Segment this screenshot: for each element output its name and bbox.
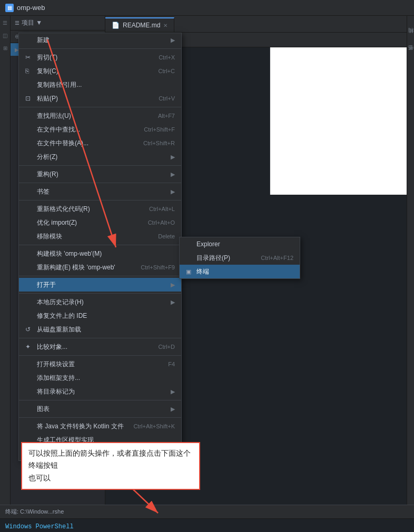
- menu-diagram-arrow: ▶: [171, 406, 175, 413]
- submenu: Explorer 目录路径(P) Ctrl+Alt+F12 ▣ 终端: [179, 237, 300, 279]
- readme-preview: [270, 47, 407, 195]
- menu-sep-4: [19, 183, 181, 183]
- menu-replace-in-files[interactable]: 在文件中替换(A)... Ctrl+Shift+R: [19, 136, 181, 150]
- menu-new-arrow: ▶: [171, 37, 175, 44]
- submenu-dir-path-label: 目录路径(P): [196, 254, 230, 263]
- menu-module-settings[interactable]: 打开模块设置 F4: [19, 357, 181, 371]
- menu-sep-12: [19, 417, 181, 418]
- sidebar-icon-3[interactable]: ⊞: [1, 44, 9, 52]
- menu-copy-icon: ⎘: [25, 67, 33, 75]
- menu-compare-label: 比较对象...: [37, 343, 67, 352]
- menu-add-framework[interactable]: 添加框架支持...: [19, 371, 181, 385]
- app-icon: ▦: [5, 4, 14, 12]
- menu-paste-shortcut: Ctrl+V: [159, 95, 175, 102]
- menu-compare-shortcut: Ctrl+D: [159, 344, 175, 350]
- menu-reload-label: 从磁盘重新加载: [37, 325, 81, 334]
- menu-modsettings-shortcut: F4: [168, 361, 175, 367]
- menu-sep-9: [19, 338, 181, 338]
- right-structure[interactable]: 结构: [407, 37, 415, 38]
- menu-remove-shortcut: Delete: [158, 233, 175, 239]
- editor-tabs: 📄 README.md ✕: [105, 16, 407, 33]
- sidebar-icon-2[interactable]: ◫: [1, 31, 9, 39]
- submenu-explorer[interactable]: Explorer: [180, 237, 300, 251]
- menu-findusage-shortcut: Alt+F7: [158, 113, 175, 119]
- right-bookmark[interactable]: 书签: [407, 54, 415, 55]
- menu-localhistory-arrow: ▶: [171, 299, 175, 306]
- menu-reload[interactable]: ↺ 从磁盘重新加载: [19, 323, 181, 336]
- menu-markdir-arrow: ▶: [171, 388, 175, 395]
- menu-bookmark-label: 书签: [37, 187, 50, 196]
- menu-cut-icon: ✂: [25, 54, 33, 61]
- menu-open-in[interactable]: 打开于 ▶: [19, 278, 181, 292]
- menu-openin-arrow: ▶: [171, 282, 175, 288]
- menu-open-in-label: 打开于: [37, 280, 56, 289]
- menu-sep-1: [19, 48, 181, 49]
- menu-rebuild-module[interactable]: 重新构建(E) 模块 'omp-web' Ctrl+Shift+F9: [19, 260, 181, 274]
- menu-copy-shortcut: Ctrl+C: [159, 68, 175, 74]
- menu-refactor[interactable]: 重构(R) ▶: [19, 167, 181, 181]
- menu-remove-label: 移除模块: [37, 232, 62, 241]
- menu-analyze[interactable]: 分析(Z) ▶: [19, 150, 181, 164]
- project-header-icon: ☰: [15, 20, 19, 26]
- menu-java-to-kotlin[interactable]: 将 Java 文件转换为 Kotlin 文件 Ctrl+Alt+Shift+K: [19, 419, 181, 433]
- sidebar-icon-1[interactable]: ☰: [1, 18, 9, 27]
- tab-close-icon[interactable]: ✕: [163, 23, 167, 28]
- menu-cut[interactable]: ✂ 剪切(T) Ctrl+X: [19, 51, 181, 64]
- menu-paste-label: 粘贴(P): [37, 94, 58, 103]
- submenu-explorer-label: Explorer: [196, 240, 220, 248]
- menu-build-module[interactable]: 构建模块 'omp-web'(M): [19, 247, 181, 260]
- menu-reformat-label: 重新格式化代码(R): [37, 205, 90, 214]
- menu-refactor-label: 重构(R): [37, 170, 58, 179]
- menu-optimize-label: 优化 import(Z): [37, 218, 77, 227]
- menu-compare[interactable]: ✦ 比较对象... Ctrl+D: [19, 340, 181, 354]
- submenu-dir-path[interactable]: 目录路径(P) Ctrl+Alt+F12: [180, 251, 300, 265]
- menu-refactor-arrow: ▶: [171, 171, 175, 178]
- menu-optimize-shortcut: Ctrl+Alt+O: [148, 219, 175, 226]
- terminal-line-0: Windows PowerShell: [5, 522, 409, 531]
- menu-analyze-label: 分析(Z): [37, 153, 57, 162]
- menu-copy-label: 复制(C): [37, 67, 58, 76]
- menu-sep-6: [19, 245, 181, 245]
- menu-new[interactable]: 新建 ▶: [19, 33, 181, 47]
- menu-replace-label: 在文件中替换(A)...: [37, 139, 88, 148]
- menu-reformat[interactable]: 重新格式化代码(R) Ctrl+Alt+L: [19, 202, 181, 216]
- menu-reformat-shortcut: Ctrl+Alt+L: [149, 206, 175, 212]
- terminal-header-label: 终端: C:\Window...rshe: [5, 508, 64, 516]
- menu-copy-path[interactable]: 复制路径/引用...: [19, 78, 181, 92]
- menu-find-usage[interactable]: 查找用法(U) Alt+F7: [19, 109, 181, 123]
- terminal-panel: 终端: C:\Window...rshe Windows PowerShell …: [0, 505, 414, 532]
- annotation-text-1: 可以按照上面的箭头操作，或者直接点击下面这个终端按钮: [28, 449, 191, 470]
- menu-find-in-files[interactable]: 在文件中查找... Ctrl+Shift+F: [19, 123, 181, 136]
- menu-remove-module[interactable]: 移除模块 Delete: [19, 229, 181, 243]
- menu-sep-5: [19, 200, 181, 200]
- project-header[interactable]: ☰ 项目 ▼: [11, 16, 105, 31]
- menu-diagram[interactable]: 图表 ▶: [19, 402, 181, 416]
- submenu-terminal-label: 终端: [196, 267, 209, 276]
- menu-sep-10: [19, 355, 181, 356]
- menu-sep-2: [19, 107, 181, 107]
- menu-paste[interactable]: ⊡ 粘贴(P) Ctrl+V: [19, 92, 181, 105]
- menu-analyze-arrow: ▶: [171, 154, 175, 160]
- menu-bookmark[interactable]: 书签 ▶: [19, 185, 181, 198]
- submenu-terminal-icon: ▣: [186, 268, 193, 275]
- tab-icon: 📄: [112, 22, 120, 29]
- menu-reload-icon: ↺: [25, 326, 33, 333]
- right-panel: 结构 书签: [407, 16, 414, 505]
- sidebar-icons: ☰ ◫ ⊞: [0, 16, 11, 505]
- menu-mark-dir[interactable]: 将目录标记为 ▶: [19, 385, 181, 398]
- terminal-content[interactable]: Windows PowerShell 版权所有 (C) Micro 尝试新的跨平…: [0, 519, 414, 532]
- menu-local-history[interactable]: 本地历史记录(H) ▶: [19, 295, 181, 309]
- menu-new-label: 新建: [37, 36, 50, 45]
- title-bar: ▦ omp-web: [0, 0, 414, 16]
- menu-fix-ide[interactable]: 修复文件上的 IDE: [19, 309, 181, 323]
- menu-optimize-import[interactable]: 优化 import(Z) Ctrl+Alt+O: [19, 216, 181, 229]
- menu-paste-icon: ⊡: [25, 95, 33, 102]
- editor-tab-readme[interactable]: 📄 README.md ✕: [105, 17, 174, 32]
- menu-copy[interactable]: ⎘ 复制(C) Ctrl+C: [19, 64, 181, 78]
- project-header-label: 项目 ▼: [22, 18, 42, 27]
- annotation-box: 可以按照上面的箭头操作，或者直接点击下面这个终端按钮 也可以: [21, 442, 200, 490]
- terminal-header: 终端: C:\Window...rshe: [0, 505, 414, 519]
- menu-javatokotlin-shortcut: Ctrl+Alt+Shift+K: [133, 423, 175, 429]
- menu-build-label: 构建模块 'omp-web'(M): [37, 249, 102, 258]
- submenu-terminal[interactable]: ▣ 终端: [180, 265, 300, 278]
